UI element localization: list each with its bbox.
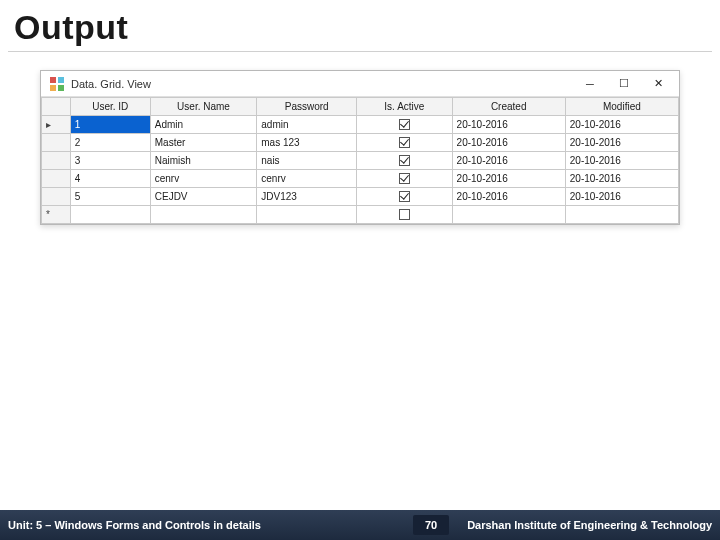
new-row[interactable]: * bbox=[42, 206, 679, 224]
slide-title: Output bbox=[14, 8, 720, 47]
cell-isactive[interactable] bbox=[357, 206, 452, 224]
datagridview[interactable]: User. ID User. Name Password Is. Active … bbox=[41, 97, 679, 224]
app-window: Data. Grid. View ─ ☐ ✕ User. ID User. Na… bbox=[40, 70, 680, 225]
app-icon bbox=[49, 76, 65, 92]
cell-created[interactable]: 20-10-2016 bbox=[452, 170, 565, 188]
cell-isactive[interactable] bbox=[357, 152, 452, 170]
row-marker bbox=[42, 170, 71, 188]
row-marker bbox=[42, 152, 71, 170]
close-button[interactable]: ✕ bbox=[641, 71, 675, 97]
maximize-icon: ☐ bbox=[619, 77, 629, 90]
table-row[interactable]: 4cenrvcenrv20-10-201620-10-2016 bbox=[42, 170, 679, 188]
col-header-userid[interactable]: User. ID bbox=[70, 98, 150, 116]
checkbox-icon bbox=[399, 119, 410, 130]
row-marker: ▸ bbox=[42, 116, 71, 134]
checkbox-icon bbox=[399, 155, 410, 166]
close-icon: ✕ bbox=[654, 77, 663, 90]
cell-username[interactable] bbox=[150, 206, 257, 224]
cell-modified[interactable]: 20-10-2016 bbox=[565, 152, 678, 170]
cell-isactive[interactable] bbox=[357, 134, 452, 152]
cell-username[interactable]: CEJDV bbox=[150, 188, 257, 206]
svg-rect-1 bbox=[58, 77, 64, 83]
cell-username[interactable]: Admin bbox=[150, 116, 257, 134]
maximize-button[interactable]: ☐ bbox=[607, 71, 641, 97]
cell-created[interactable]: 20-10-2016 bbox=[452, 134, 565, 152]
footer-page: 70 bbox=[413, 515, 449, 535]
row-marker: * bbox=[42, 206, 71, 224]
col-header-created[interactable]: Created bbox=[452, 98, 565, 116]
cell-created[interactable]: 20-10-2016 bbox=[452, 152, 565, 170]
table-row[interactable]: 3Naimishnais20-10-201620-10-2016 bbox=[42, 152, 679, 170]
cell-isactive[interactable] bbox=[357, 116, 452, 134]
cell-userid[interactable]: 4 bbox=[70, 170, 150, 188]
titlebar[interactable]: Data. Grid. View ─ ☐ ✕ bbox=[41, 71, 679, 97]
minimize-button[interactable]: ─ bbox=[573, 71, 607, 97]
table-row[interactable]: ▸1Adminadmin20-10-201620-10-2016 bbox=[42, 116, 679, 134]
cell-modified[interactable]: 20-10-2016 bbox=[565, 116, 678, 134]
cell-password[interactable]: JDV123 bbox=[257, 188, 357, 206]
cell-username[interactable]: cenrv bbox=[150, 170, 257, 188]
cell-modified[interactable]: 20-10-2016 bbox=[565, 170, 678, 188]
table-row[interactable]: 5CEJDVJDV12320-10-201620-10-2016 bbox=[42, 188, 679, 206]
col-header-password[interactable]: Password bbox=[257, 98, 357, 116]
cell-userid[interactable]: 1 bbox=[70, 116, 150, 134]
cell-modified[interactable]: 20-10-2016 bbox=[565, 188, 678, 206]
cell-userid[interactable]: 3 bbox=[70, 152, 150, 170]
cell-password[interactable]: mas 123 bbox=[257, 134, 357, 152]
cell-password[interactable]: cenrv bbox=[257, 170, 357, 188]
checkbox-icon bbox=[399, 137, 410, 148]
cell-userid[interactable]: 2 bbox=[70, 134, 150, 152]
cell-created[interactable]: 20-10-2016 bbox=[452, 116, 565, 134]
row-marker bbox=[42, 134, 71, 152]
cell-modified[interactable]: 20-10-2016 bbox=[565, 134, 678, 152]
cell-password[interactable]: admin bbox=[257, 116, 357, 134]
checkbox-icon bbox=[399, 173, 410, 184]
cell-username[interactable]: Master bbox=[150, 134, 257, 152]
slide-footer: Unit: 5 – Windows Forms and Controls in … bbox=[0, 510, 720, 540]
footer-institute: Darshan Institute of Engineering & Techn… bbox=[467, 519, 712, 531]
window-title: Data. Grid. View bbox=[71, 78, 151, 90]
row-header-corner bbox=[42, 98, 71, 116]
cell-created[interactable]: 20-10-2016 bbox=[452, 188, 565, 206]
footer-unit: Unit: 5 – Windows Forms and Controls in … bbox=[8, 519, 395, 531]
svg-rect-2 bbox=[50, 85, 56, 91]
svg-rect-0 bbox=[50, 77, 56, 83]
row-marker bbox=[42, 188, 71, 206]
col-header-username[interactable]: User. Name bbox=[150, 98, 257, 116]
cell-username[interactable]: Naimish bbox=[150, 152, 257, 170]
cell-password[interactable]: nais bbox=[257, 152, 357, 170]
table-row[interactable]: 2Mastermas 12320-10-201620-10-2016 bbox=[42, 134, 679, 152]
cell-isactive[interactable] bbox=[357, 170, 452, 188]
cell-userid[interactable] bbox=[70, 206, 150, 224]
col-header-isactive[interactable]: Is. Active bbox=[357, 98, 452, 116]
title-divider bbox=[8, 51, 712, 52]
header-row: User. ID User. Name Password Is. Active … bbox=[42, 98, 679, 116]
cell-modified[interactable] bbox=[565, 206, 678, 224]
checkbox-icon bbox=[399, 209, 410, 220]
cell-created[interactable] bbox=[452, 206, 565, 224]
minimize-icon: ─ bbox=[586, 78, 594, 90]
svg-rect-3 bbox=[58, 85, 64, 91]
cell-userid[interactable]: 5 bbox=[70, 188, 150, 206]
cell-password[interactable] bbox=[257, 206, 357, 224]
checkbox-icon bbox=[399, 191, 410, 202]
cell-isactive[interactable] bbox=[357, 188, 452, 206]
col-header-modified[interactable]: Modified bbox=[565, 98, 678, 116]
